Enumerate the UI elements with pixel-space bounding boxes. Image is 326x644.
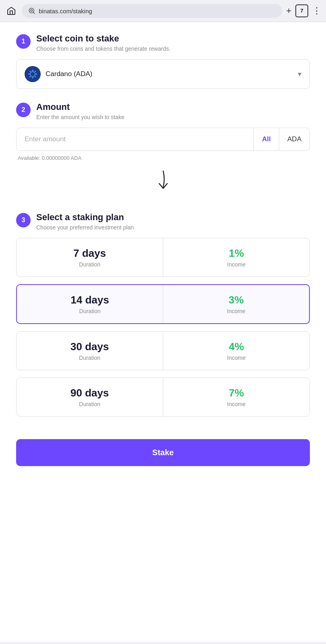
- selected-coin-name: Cardano (ADA): [46, 70, 92, 78]
- stake-button[interactable]: Stake: [16, 439, 310, 466]
- plan-duration-label-3: Duration: [79, 401, 100, 407]
- svg-line-2: [33, 12, 35, 14]
- step2-title-group: Amount Enter the amount you wish to stak…: [36, 102, 125, 120]
- down-arrow-icon: [155, 169, 171, 191]
- new-tab-icon[interactable]: +: [286, 6, 291, 16]
- step3-number: 3: [16, 213, 31, 227]
- step1-number: 1: [16, 34, 31, 49]
- home-icon[interactable]: [5, 4, 18, 17]
- staking-plan-1[interactable]: 14 days Duration 3% Income: [16, 284, 310, 324]
- svg-point-8: [35, 73, 37, 75]
- main-content: 1 Select coin to stake Choose from coins…: [0, 22, 326, 642]
- plan-duration-value-1: 14 days: [71, 294, 109, 306]
- svg-point-11: [29, 76, 31, 77]
- staking-plan-3[interactable]: 90 days Duration 7% Income: [16, 378, 310, 417]
- currency-label: ADA: [279, 128, 309, 151]
- arrow-container: [16, 161, 310, 199]
- amount-input-container: All ADA: [16, 128, 310, 151]
- svg-point-5: [32, 70, 33, 71]
- plan-income-label-1: Income: [227, 308, 245, 314]
- plan-income-label-2: Income: [227, 355, 246, 361]
- plan-income-label-3: Income: [227, 401, 246, 407]
- plan-income-1: 3% Income: [163, 285, 309, 323]
- plan-income-3: 7% Income: [163, 378, 309, 416]
- plan-income-value-2: 4%: [229, 341, 244, 353]
- tabs-icon[interactable]: 7: [295, 4, 308, 17]
- staking-plan-0[interactable]: 7 days Duration 1% Income: [16, 238, 310, 277]
- plan-income-value-0: 1%: [229, 247, 244, 260]
- step1-subtitle: Choose from coins and tokens that genera…: [36, 45, 170, 52]
- svg-point-9: [29, 71, 31, 72]
- plan-duration-value-0: 7 days: [73, 247, 106, 260]
- step1-title: Select coin to stake: [36, 33, 170, 44]
- svg-point-10: [35, 71, 36, 72]
- step1-header: 1 Select coin to stake Choose from coins…: [16, 33, 310, 52]
- all-button[interactable]: All: [253, 128, 279, 151]
- plan-duration-value-3: 90 days: [71, 387, 109, 399]
- chevron-down-icon: ▾: [298, 70, 301, 78]
- staking-plan-2[interactable]: 30 days Duration 4% Income: [16, 331, 310, 370]
- step1-title-group: Select coin to stake Choose from coins a…: [36, 33, 170, 52]
- address-bar[interactable]: binatas.com/staking: [22, 4, 282, 18]
- plan-income-value-3: 7%: [229, 387, 244, 399]
- plan-duration-label-0: Duration: [79, 261, 100, 268]
- step3-title: Select a staking plan: [36, 212, 134, 223]
- coin-logo: [25, 66, 41, 82]
- browser-chrome: binatas.com/staking + 7 ⋮: [0, 0, 326, 22]
- step2-header: 2 Amount Enter the amount you wish to st…: [16, 102, 310, 120]
- plan-duration-label-1: Duration: [79, 308, 101, 314]
- plan-duration-label-2: Duration: [79, 355, 100, 361]
- coin-selector[interactable]: Cardano (ADA) ▾: [16, 59, 310, 89]
- plan-income-value-1: 3%: [228, 294, 244, 306]
- coin-info: Cardano (ADA): [25, 66, 92, 82]
- step3-subtitle: Choose your preferred investment plan: [36, 224, 134, 231]
- step2-subtitle: Enter the amount you wish to stake: [36, 114, 125, 120]
- url-text: binatas.com/staking: [39, 8, 92, 14]
- svg-point-3: [25, 67, 40, 81]
- step3-section: 3 Select a staking plan Choose your pref…: [16, 212, 310, 417]
- plan-duration-value-2: 30 days: [71, 341, 109, 353]
- step1-section: 1 Select coin to stake Choose from coins…: [16, 33, 310, 89]
- step3-header: 3 Select a staking plan Choose your pref…: [16, 212, 310, 231]
- available-balance: Available: 0.00000000 ADA: [18, 155, 310, 161]
- step3-title-group: Select a staking plan Choose your prefer…: [36, 212, 134, 231]
- step2-title: Amount: [36, 102, 125, 112]
- plan-income-label-0: Income: [227, 261, 246, 268]
- plan-income-2: 4% Income: [163, 332, 309, 370]
- svg-point-7: [28, 73, 30, 75]
- browser-menu-icon[interactable]: ⋮: [312, 6, 321, 16]
- plan-duration-2: 30 days Duration: [17, 332, 163, 370]
- svg-point-1: [31, 10, 33, 12]
- plan-income-0: 1% Income: [163, 238, 309, 277]
- svg-point-12: [35, 76, 36, 77]
- plan-duration-3: 90 days Duration: [17, 378, 163, 416]
- step2-section: 2 Amount Enter the amount you wish to st…: [16, 102, 310, 199]
- staking-plans-container: 7 days Duration 1% Income 14 days Durati…: [16, 238, 310, 417]
- step2-number: 2: [16, 103, 31, 117]
- amount-input[interactable]: [17, 128, 253, 151]
- svg-point-6: [32, 77, 33, 78]
- plan-duration-1: 14 days Duration: [17, 285, 163, 323]
- plan-duration-0: 7 days Duration: [17, 238, 163, 277]
